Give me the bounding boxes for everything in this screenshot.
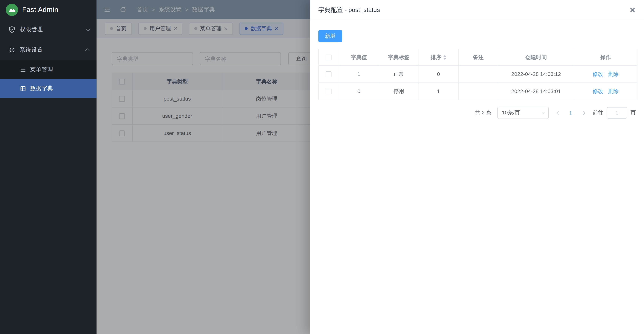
add-button[interactable]: 新增 (318, 30, 342, 42)
table-row[interactable]: 0 停用 1 2022-04-28 14:03:01 修改 删除 (318, 83, 637, 100)
menu-label: 权限管理 (20, 26, 43, 33)
sidebar-item-menu-management[interactable]: 菜单管理 (0, 60, 96, 79)
next-page-button[interactable] (579, 107, 587, 118)
cell-dict-label: 停用 (379, 83, 419, 100)
app-title: Fast Admin (22, 5, 58, 14)
row-checkbox[interactable] (326, 89, 332, 95)
chevron-down-icon (86, 27, 90, 31)
goto-label: 前往 (593, 109, 604, 117)
drawer-header: 字典配置 - post_status (310, 0, 644, 20)
sidebar-menu: 权限管理 系统设置 菜单管理 (0, 19, 96, 98)
row-checkbox[interactable] (326, 72, 332, 77)
page-size-value: 10条/页 (502, 109, 520, 117)
chevron-up-icon (85, 48, 90, 52)
edit-link[interactable]: 修改 (592, 71, 603, 77)
submenu-system: 菜单管理 数据字典 (0, 60, 96, 98)
delete-link[interactable]: 删除 (608, 88, 619, 94)
cell-remark (458, 83, 498, 100)
cell-actions: 修改 删除 (574, 83, 637, 100)
table-header-row: 字典值 字典标签 排序 备注 创建时间 操作 (318, 49, 637, 65)
column-header: 字典值 (339, 49, 379, 65)
drawer-title: 字典配置 - post_status (318, 6, 380, 14)
goto-group: 前往 页 (593, 107, 636, 118)
logo: Fast Admin (0, 0, 96, 19)
gear-icon (8, 46, 16, 54)
cell-dict-value: 1 (339, 65, 379, 83)
cell-created-at: 2022-04-28 14:03:12 (498, 65, 574, 83)
column-header: 备注 (458, 49, 498, 65)
logo-icon (6, 3, 18, 16)
cell-remark (458, 65, 498, 83)
pagination: 共 2 条 10条/页 1 前往 页 (318, 107, 636, 119)
column-header: 字典标签 (379, 49, 419, 65)
column-header-sort[interactable]: 排序 (418, 49, 458, 65)
list-icon (20, 66, 26, 73)
select-all-checkbox[interactable] (326, 55, 332, 60)
dict-config-drawer: 字典配置 - post_status 新增 字典值 字典标签 (310, 0, 644, 334)
cell-sort: 1 (418, 83, 458, 100)
column-header: 创建时间 (498, 49, 574, 65)
sidebar: Fast Admin 权限管理 系统设置 (0, 0, 96, 334)
page-size-select[interactable]: 10条/页 (497, 107, 548, 119)
close-icon[interactable] (629, 6, 636, 13)
pagination-total: 共 2 条 (475, 109, 492, 117)
chevron-down-icon (542, 111, 545, 114)
grid-icon (20, 85, 26, 92)
drawer-body: 新增 字典值 字典标签 排序 (310, 20, 644, 119)
shield-icon (8, 26, 16, 33)
dict-items-table: 字典值 字典标签 排序 备注 创建时间 操作 (318, 49, 638, 100)
menu-label: 菜单管理 (30, 66, 53, 73)
menu-label: 系统设置 (20, 46, 43, 54)
sidebar-item-system[interactable]: 系统设置 (0, 40, 96, 60)
delete-link[interactable]: 删除 (608, 71, 619, 77)
page-number-1[interactable]: 1 (568, 110, 573, 116)
cell-created-at: 2022-04-28 14:03:01 (498, 83, 574, 100)
goto-page-input[interactable] (606, 107, 627, 118)
prev-page-button[interactable] (554, 107, 562, 118)
cell-actions: 修改 删除 (574, 65, 637, 83)
page-unit-label: 页 (630, 109, 636, 117)
sidebar-item-permission[interactable]: 权限管理 (0, 19, 96, 40)
cell-sort: 0 (418, 65, 458, 83)
sidebar-item-data-dictionary[interactable]: 数据字典 (0, 79, 96, 98)
cell-dict-value: 0 (339, 83, 379, 100)
sort-icon[interactable] (443, 55, 446, 60)
cell-dict-label: 正常 (379, 65, 419, 83)
table-row[interactable]: 1 正常 0 2022-04-28 14:03:12 修改 删除 (318, 65, 637, 83)
column-header: 操作 (574, 49, 637, 65)
menu-label: 数据字典 (30, 85, 53, 92)
app-root: Fast Admin 权限管理 系统设置 (0, 0, 644, 334)
edit-link[interactable]: 修改 (592, 88, 603, 94)
